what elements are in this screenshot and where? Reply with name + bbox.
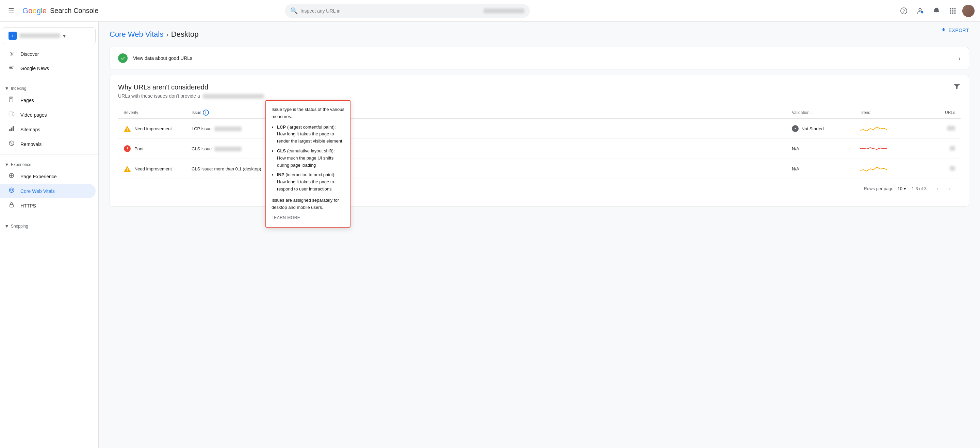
prev-page-button[interactable]: ‹ — [932, 183, 943, 194]
header-severity: Severity — [124, 110, 192, 116]
property-selector[interactable]: + ▾ — [3, 27, 95, 44]
sidebar-item-core-web-vitals[interactable]: Core Web Vitals — [0, 184, 95, 198]
why-title: Why URLs aren't consideredd — [118, 83, 961, 91]
sidebar-item-label: Pages — [21, 98, 34, 103]
sidebar: + ▾ ✳ Discover Google News ▾ Indexing Pa… — [0, 22, 99, 448]
apps-icon[interactable] — [946, 4, 959, 18]
menu-icon[interactable]: ☰ — [5, 4, 17, 18]
header-validation[interactable]: Validation ↓ — [792, 110, 860, 116]
validation-cell: N/A — [792, 166, 860, 172]
sidebar-section-label: Experience — [11, 162, 31, 167]
google-news-icon — [8, 65, 15, 72]
page-experience-icon — [8, 172, 15, 180]
trend-cell — [860, 143, 928, 154]
sidebar-item-sitemaps[interactable]: Sitemaps — [0, 122, 95, 137]
export-button[interactable]: EXPORT — [940, 27, 969, 33]
sidebar-section-label: Indexing — [11, 86, 26, 91]
property-name — [19, 33, 60, 38]
property-icon: + — [8, 32, 17, 40]
subtitle-blur — [203, 94, 264, 98]
core-web-vitals-icon — [8, 187, 15, 195]
svg-point-38 — [795, 128, 796, 130]
search-input[interactable] — [301, 8, 481, 14]
tooltip-cls-bold: CLS — [277, 148, 286, 153]
not-started-icon — [792, 125, 799, 132]
logo: Google Search Console — [22, 6, 98, 15]
header-urls: URLs — [928, 110, 955, 116]
sidebar-item-label: Removals — [21, 141, 41, 147]
sidebar-section-indexing[interactable]: ▾ Indexing — [0, 81, 98, 93]
sidebar-item-page-experience[interactable]: Page Experience — [0, 169, 95, 184]
svg-rect-21 — [10, 99, 12, 99]
breadcrumb-current: Desktop — [171, 30, 199, 39]
svg-rect-11 — [955, 10, 956, 11]
sidebar-item-https[interactable]: HTTPS — [0, 198, 95, 213]
app-layout: + ▾ ✳ Discover Google News ▾ Indexing Pa… — [0, 22, 980, 448]
breadcrumb-parent[interactable]: Core Web Vitals — [110, 30, 163, 39]
tooltip-item-lcp: LCP (largest contentful paint): How long… — [277, 124, 344, 145]
dropdown-arrow-icon: ▾ — [904, 186, 906, 191]
table-row[interactable]: ! Need improvement LCP issue Not Started — [118, 119, 961, 139]
sidebar-item-removals[interactable]: Removals — [0, 137, 95, 151]
next-page-button[interactable]: › — [944, 183, 955, 194]
svg-rect-9 — [950, 10, 951, 11]
sidebar-item-video-pages[interactable]: Video pages — [0, 108, 95, 122]
table-footer: Rows per page: 10 ▾ 1-3 of 3 ‹ › — [118, 179, 961, 198]
table-row[interactable]: ! Poor CLS issue N/A — [118, 139, 961, 159]
why-subtitle: URLs with these issues don't provide a — [118, 93, 961, 98]
discover-icon: ✳ — [8, 50, 15, 58]
pagination-info: 1-3 of 3 — [912, 186, 927, 191]
svg-text:!: ! — [127, 127, 128, 131]
tooltip-item-cls: CLS (cumulative layout shift): How much … — [277, 148, 344, 169]
chevron-right-icon: › — [958, 54, 961, 62]
sidebar-item-discover[interactable]: ✳ Discover — [0, 47, 95, 61]
google-logo-text: Google — [22, 6, 47, 15]
sidebar-section-shopping[interactable]: ▾ Shopping — [0, 219, 98, 230]
sidebar-item-label: Core Web Vitals — [21, 189, 55, 194]
sidebar-item-label: Sitemaps — [21, 127, 40, 132]
filter-icon[interactable] — [953, 83, 961, 92]
tooltip-lcp-text: (largest contentful paint): How long it … — [277, 124, 342, 144]
account-management-icon[interactable]: + — [913, 4, 927, 18]
help-icon[interactable]: ? — [897, 4, 911, 18]
svg-text:!: ! — [127, 167, 128, 172]
svg-point-2 — [919, 8, 921, 11]
sidebar-item-google-news[interactable]: Google News — [0, 61, 95, 75]
svg-rect-16 — [9, 67, 12, 68]
notifications-icon[interactable] — [930, 4, 943, 18]
learn-more-link[interactable]: LEARN MORE — [272, 215, 300, 220]
svg-rect-10 — [952, 10, 953, 11]
validation-cell: Not Started — [792, 125, 860, 132]
sidebar-section-label: Shopping — [11, 224, 28, 229]
svg-rect-25 — [9, 129, 11, 131]
svg-rect-22 — [10, 100, 11, 100]
issue-info-icon[interactable]: i — [203, 110, 209, 116]
rows-per-page-select[interactable]: 10 ▾ — [897, 186, 906, 191]
avatar[interactable] — [962, 5, 975, 17]
sidebar-item-label: Discover — [21, 51, 39, 57]
trend-line-yellow — [860, 164, 887, 174]
table-header: Severity Issue i Validation ↓ Trend URLs — [118, 107, 961, 119]
avatar-image — [962, 5, 975, 17]
good-urls-text: View data about good URLs — [133, 56, 192, 61]
sidebar-item-label: Video pages — [21, 112, 47, 118]
sidebar-section-experience[interactable]: ▾ Experience — [0, 157, 98, 169]
good-urls-row[interactable]: View data about good URLs › — [110, 47, 969, 69]
header-trend: Trend — [860, 110, 928, 116]
why-urls-card: Why URLs aren't consideredd URLs with th… — [110, 75, 969, 207]
trend-cell — [860, 164, 928, 174]
svg-rect-6 — [950, 8, 951, 9]
svg-text:+: + — [921, 11, 923, 14]
trend-line-red — [860, 143, 887, 154]
sidebar-item-label: Google News — [21, 66, 49, 71]
tooltip-inp-bold: INP — [277, 172, 285, 177]
svg-rect-24 — [13, 113, 14, 115]
sidebar-item-pages[interactable]: Pages — [0, 93, 95, 108]
table-row[interactable]: ! Need improvement CLS issue: more than … — [118, 159, 961, 179]
good-urls-card: View data about good URLs › — [110, 47, 969, 69]
urls-cell — [928, 166, 955, 172]
sidebar-divider-3 — [0, 216, 98, 216]
svg-rect-23 — [9, 112, 13, 116]
search-bar[interactable]: 🔍 — [285, 4, 530, 18]
why-section: Why URLs aren't consideredd URLs with th… — [110, 75, 969, 206]
